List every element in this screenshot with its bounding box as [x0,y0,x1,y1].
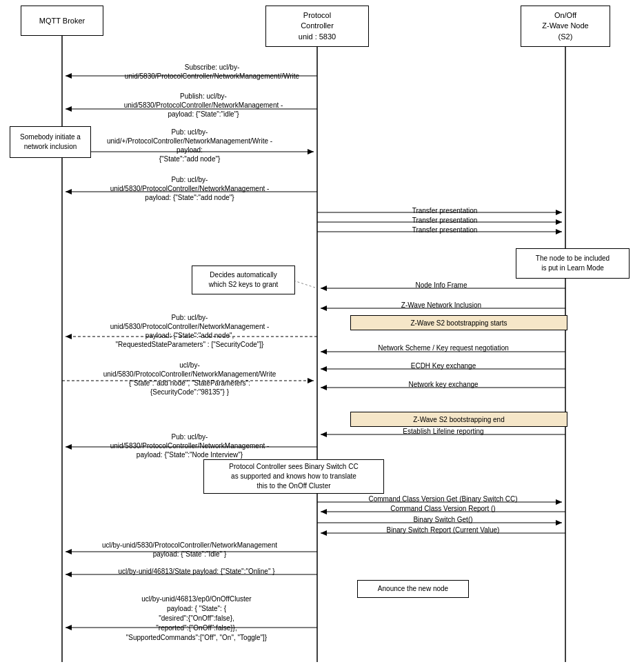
msg-securitycode-write: ucl/by-unid/5830/ProtocolController/Netw… [66,361,314,397]
bootstrapping-starts-box: Z-Wave S2 bootstrapping starts [350,315,567,330]
msg-binary-switch-get: Binary Switch Get() [321,515,565,524]
msg-pub-addnode: Pub: ucl/by-unid/+/ProtocolController/Ne… [69,128,310,163]
note-binary-switch: Protocol Controller sees Binary Switch C… [203,459,384,494]
bootstrapping-end-box: Z-Wave S2 bootstrapping end [350,412,567,427]
msg-transfer-1: Transfer presentation [359,206,531,215]
msg-pub-securitycode: Pub: ucl/by-unid/5830/ProtocolController… [66,313,314,349]
msg-node-interview: Pub: ucl/by-unid/5830/ProtocolController… [66,432,314,459]
msg-online: ucl/by-unid/46813/State payload: {"State… [66,567,328,576]
svg-marker-12 [556,210,562,215]
msg-cc-version-get: Command Class Version Get (Binary Switch… [321,494,565,503]
protocol-lifeline-box: Protocol Controller unid : 5830 [265,6,369,47]
mqtt-lifeline-box: MQTT Broker [21,6,103,36]
msg-transfer-2: Transfer presentation [359,216,531,225]
msg-lifeline: Establish Lifeline reporting [323,427,564,436]
msg-node-info: Node Info Frame [338,281,545,290]
msg-onoff-cluster: ucl/by-unid/46813/ep0/OnOffClusterpayloa… [66,594,328,643]
svg-marker-6 [66,106,72,112]
msg-transfer-3: Transfer presentation [359,226,531,234]
node-lifeline-box: On/Off Z-Wave Node (S2) [521,6,610,47]
svg-marker-18 [321,286,327,291]
msg-publish-idle: Publish: ucl/by-unid/5830/ProtocolContro… [90,92,317,119]
svg-marker-20 [321,306,327,311]
note-announce-node: Anounce the new node [357,580,469,598]
note-initiate: Somebody initiate anetwork inclusion [10,126,91,158]
msg-pub-addnode-resp: Pub: ucl/by-unid/5830/ProtocolController… [69,175,310,202]
svg-marker-14 [556,219,562,225]
svg-marker-16 [556,229,562,234]
sequence-diagram: MQTT Broker Protocol Controller unid : 5… [0,0,644,671]
msg-cc-version-report: Command Class Version Report () [321,504,565,513]
msg-ecdh: ECDH Key exchange [323,361,564,370]
note-s2-keys: Decides automaticallywhich S2 keys to gr… [192,266,295,294]
msg-binary-switch-report: Binary Switch Report (Current Value) [321,525,565,534]
msg-subscribe: Subscribe: ucl/by-unid/5830/ProtocolCont… [110,63,314,81]
msg-network-scheme: Network Scheme / Key request negotiation [323,343,564,352]
msg-network-key: Network key exchange [323,380,564,389]
svg-marker-4 [66,73,72,79]
note-learn-mode: The node to be includedis put in Learn M… [516,248,630,279]
msg-state-idle: ucl/by-unid/5830/ProtocolController/Netw… [66,541,314,559]
msg-zwave-inclusion: Z-Wave Network Inclusion [338,301,545,310]
